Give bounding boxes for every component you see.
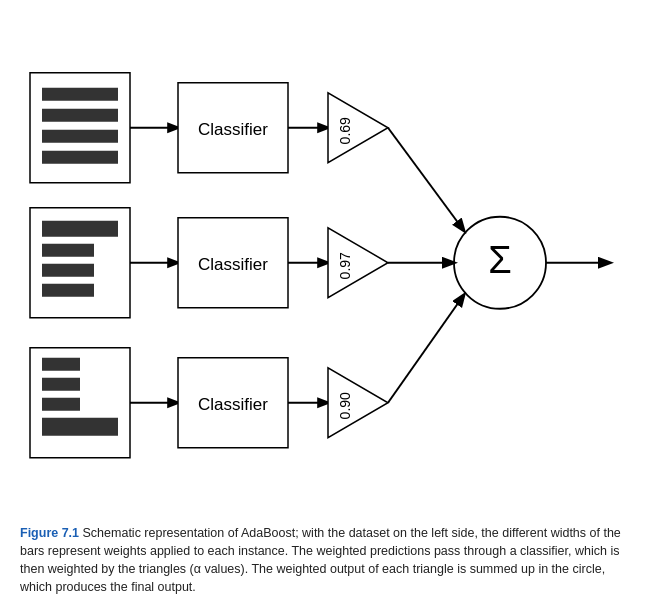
weight-label-2: 0.97 xyxy=(337,252,353,279)
svg-rect-10 xyxy=(42,221,118,237)
weight-label-3: 0.90 xyxy=(337,392,353,419)
sigma-symbol: Σ xyxy=(488,239,512,281)
svg-rect-3 xyxy=(42,130,118,143)
svg-rect-19 xyxy=(42,358,80,371)
svg-line-28 xyxy=(388,128,464,231)
svg-rect-21 xyxy=(42,398,80,411)
classifier-label-3: Classifier xyxy=(198,395,268,414)
diagram-area: Classifier 0.69 Classifier 0.97 xyxy=(20,10,638,516)
svg-rect-2 xyxy=(42,109,118,122)
svg-rect-4 xyxy=(42,151,118,164)
figure-caption: Figure 7.1 Schematic representation of A… xyxy=(20,516,638,601)
svg-line-30 xyxy=(388,295,464,403)
classifier-label-2: Classifier xyxy=(198,255,268,274)
svg-rect-22 xyxy=(42,418,118,436)
svg-rect-20 xyxy=(42,378,80,391)
classifier-label-1: Classifier xyxy=(198,120,268,139)
figure-label: Figure 7.1 xyxy=(20,526,79,540)
weight-label-1: 0.69 xyxy=(337,117,353,144)
adaboost-diagram: Classifier 0.69 Classifier 0.97 xyxy=(20,10,638,516)
svg-rect-11 xyxy=(42,244,94,257)
svg-rect-13 xyxy=(42,284,94,297)
page: Classifier 0.69 Classifier 0.97 xyxy=(0,0,658,610)
caption-text: Schematic representation of AdaBoost; wi… xyxy=(20,526,621,594)
svg-rect-12 xyxy=(42,264,94,277)
svg-rect-1 xyxy=(42,88,118,101)
